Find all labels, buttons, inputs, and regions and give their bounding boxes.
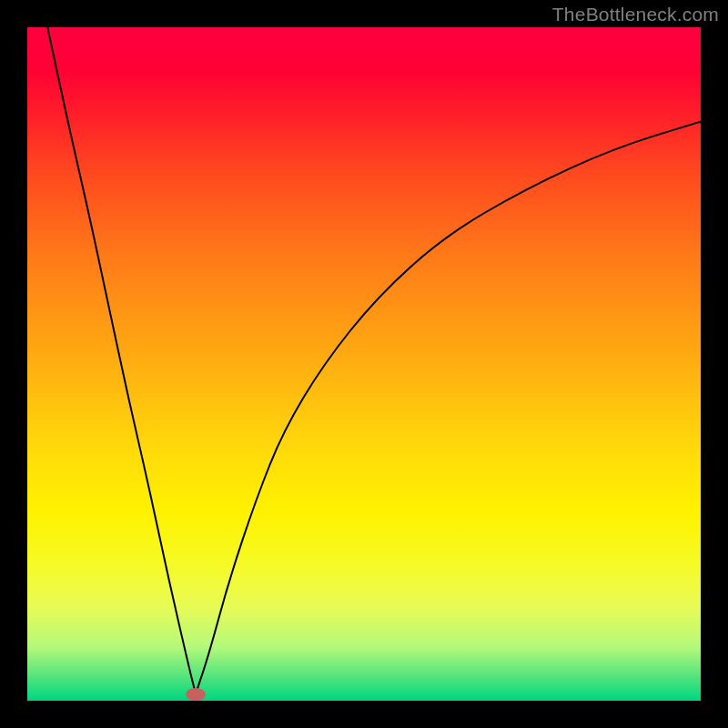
curve-path (47, 27, 701, 694)
watermark-text: TheBottleneck.com (552, 4, 719, 25)
plot-area (27, 27, 701, 701)
bottleneck-curve (27, 27, 701, 701)
minimum-marker (186, 688, 206, 701)
chart-frame: TheBottleneck.com (0, 0, 728, 728)
